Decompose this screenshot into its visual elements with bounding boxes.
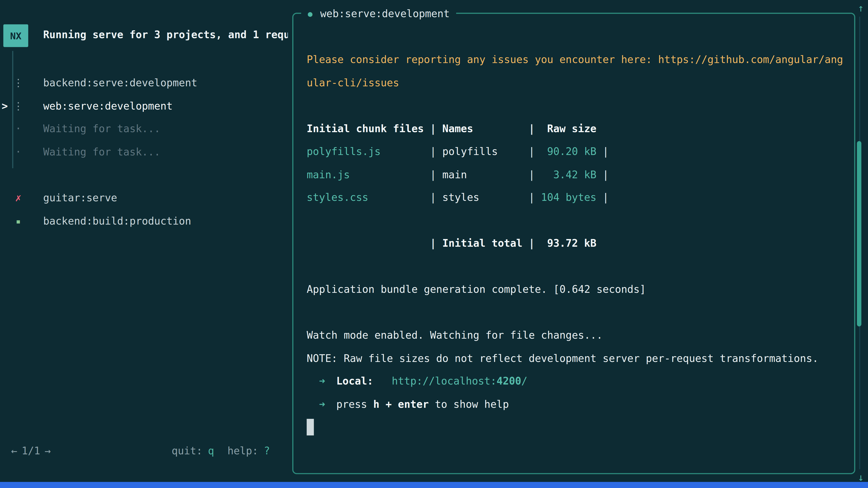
task-output-panel[interactable]: ●web:serve:development Please consider r… bbox=[292, 13, 855, 474]
chunk-name: styles bbox=[436, 186, 529, 209]
chunk-name: main bbox=[436, 163, 529, 186]
column-separator: | bbox=[529, 168, 535, 180]
col-header-files: Initial chunk files bbox=[307, 117, 430, 140]
bundle-complete-message: Application bundle generation complete. … bbox=[307, 278, 854, 301]
arrow-right-icon: ➜ bbox=[319, 375, 325, 387]
local-url[interactable]: http://localhost: bbox=[392, 375, 497, 387]
selected-task-arrow-icon: > bbox=[2, 98, 8, 114]
nx-logo: NX bbox=[3, 24, 28, 47]
blank-line bbox=[307, 301, 854, 324]
watch-mode-message: Watch mode enabled. Watching for file ch… bbox=[307, 324, 854, 347]
blank-line bbox=[307, 94, 854, 117]
task-label: Waiting for task... bbox=[43, 121, 160, 137]
notice-line-1: Please consider reporting any issues you… bbox=[307, 48, 854, 71]
column-separator: | bbox=[430, 168, 436, 180]
task-item-backend-serve-development[interactable]: ⋮ backend:serve:development bbox=[0, 75, 288, 91]
chunk-file: main.js bbox=[307, 163, 430, 186]
chunk-size: 90.20 kB bbox=[535, 140, 596, 163]
waiting-dot-icon: · bbox=[11, 144, 26, 160]
chunk-file: styles.css bbox=[307, 186, 430, 209]
task-label: guitar:serve bbox=[43, 190, 117, 206]
notice-line-2: ular-cli/issues bbox=[307, 71, 854, 94]
quit-label: quit: bbox=[172, 445, 202, 456]
prev-page-arrow[interactable]: ← bbox=[11, 445, 17, 456]
chunk-file: polyfills.js bbox=[307, 140, 430, 163]
column-separator: | bbox=[602, 168, 609, 180]
chunk-name: polyfills bbox=[436, 140, 529, 163]
scroll-down-icon[interactable]: ↓ bbox=[855, 471, 866, 483]
local-label: Local: bbox=[336, 375, 373, 387]
table-row: polyfills.js|polyfills|90.20 kB| bbox=[307, 140, 854, 163]
help-hint-suffix: to show help bbox=[435, 398, 509, 410]
column-separator: | bbox=[602, 191, 609, 203]
pagination: ←1/1→ bbox=[11, 443, 51, 459]
task-label: backend:build:production bbox=[43, 214, 191, 229]
text-cursor bbox=[307, 419, 314, 435]
note-message: NOTE: Raw file sizes do not reflect deve… bbox=[307, 347, 854, 369]
status-bar bbox=[0, 482, 868, 488]
spinner-icon: ⋮ bbox=[11, 98, 26, 114]
help-key-h: h bbox=[373, 398, 379, 410]
help-plus: + bbox=[385, 398, 392, 410]
task-label: Waiting for task... bbox=[43, 144, 160, 160]
blank-line bbox=[307, 255, 854, 278]
local-url-port[interactable]: 4200 bbox=[497, 375, 521, 387]
scroll-up-icon[interactable]: ↑ bbox=[855, 2, 866, 14]
waiting-dot-icon: · bbox=[11, 121, 26, 137]
nx-terminal-ui: NX Running serve for 3 projects, and 1 r… bbox=[0, 0, 868, 488]
local-url-slash[interactable]: / bbox=[521, 375, 527, 387]
task-item-guitar-serve[interactable]: ✗ guitar:serve bbox=[0, 190, 288, 206]
quit-key: q bbox=[208, 445, 214, 456]
column-separator: | bbox=[529, 191, 535, 203]
table-row: main.js|main|3.42 kB| bbox=[307, 163, 854, 186]
column-separator: | bbox=[430, 123, 436, 134]
keyboard-hints: quit:qhelp:? bbox=[172, 443, 270, 459]
task-item-backend-build-production[interactable]: ▪ backend:build:production bbox=[0, 214, 288, 229]
spinner-icon: ⋮ bbox=[11, 75, 26, 91]
table-row: styles.css|styles|104 bytes| bbox=[307, 186, 854, 209]
column-separator: | bbox=[430, 145, 436, 157]
table-total-row: |Initial total|93.72 kB bbox=[307, 232, 854, 255]
column-separator: | bbox=[430, 237, 436, 249]
column-separator: | bbox=[529, 123, 535, 134]
column-separator: | bbox=[602, 145, 609, 157]
scrollbar-thumb[interactable] bbox=[857, 141, 862, 326]
help-key-enter: enter bbox=[398, 398, 429, 410]
col-header-raw-size: Raw size bbox=[535, 117, 596, 140]
sidebar-title: Running serve for 3 projects, and 1 requ bbox=[43, 29, 288, 40]
total-size: 93.72 kB bbox=[535, 232, 596, 255]
table-header-row: Initial chunk files|Names|Raw size bbox=[307, 117, 854, 140]
task-item-waiting-1[interactable]: · Waiting for task... bbox=[0, 121, 288, 137]
column-separator: | bbox=[529, 237, 535, 249]
arrow-right-icon: ➜ bbox=[319, 398, 325, 410]
help-hint-line: ➜pressh+enterto show help bbox=[307, 393, 854, 416]
column-separator: | bbox=[430, 191, 436, 203]
task-label: backend:serve:development bbox=[43, 75, 197, 91]
page-indicator: 1/1 bbox=[22, 445, 40, 456]
chunk-size: 104 bytes bbox=[535, 186, 596, 209]
blank-line bbox=[307, 209, 854, 232]
total-label: Initial total bbox=[436, 232, 529, 255]
cursor-line bbox=[307, 416, 854, 438]
task-item-web-serve-development[interactable]: > ⋮ web:serve:development bbox=[0, 98, 288, 114]
stopped-square-icon: ▪ bbox=[11, 214, 26, 229]
help-label: help: bbox=[227, 445, 258, 456]
local-url-line: ➜Local:http://localhost:4200/ bbox=[307, 369, 854, 393]
col-header-names: Names bbox=[436, 117, 529, 140]
help-key: ? bbox=[264, 445, 270, 456]
next-page-arrow[interactable]: → bbox=[44, 445, 51, 456]
terminal-output: Please consider reporting any issues you… bbox=[293, 14, 854, 473]
help-hint-prefix: press bbox=[336, 398, 367, 410]
column-separator: | bbox=[529, 145, 535, 157]
task-item-waiting-2[interactable]: · Waiting for task... bbox=[0, 144, 288, 160]
task-label: web:serve:development bbox=[43, 98, 173, 114]
chunk-size: 3.42 kB bbox=[535, 163, 596, 186]
failed-x-icon: ✗ bbox=[11, 190, 26, 206]
